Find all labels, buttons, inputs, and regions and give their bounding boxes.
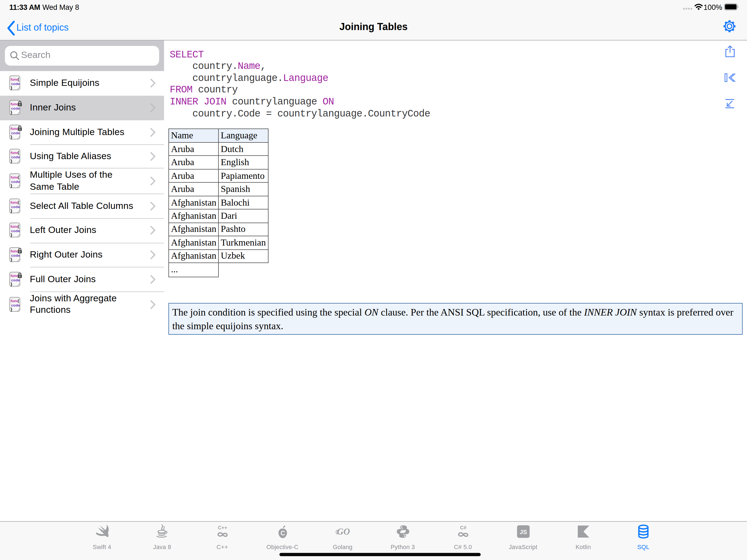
svg-text:GO: GO xyxy=(337,527,350,536)
svg-text:JS: JS xyxy=(519,529,527,535)
svg-text:C: C xyxy=(280,530,285,537)
svg-text:C++: C++ xyxy=(217,525,227,531)
svg-text:C#: C# xyxy=(460,525,466,531)
